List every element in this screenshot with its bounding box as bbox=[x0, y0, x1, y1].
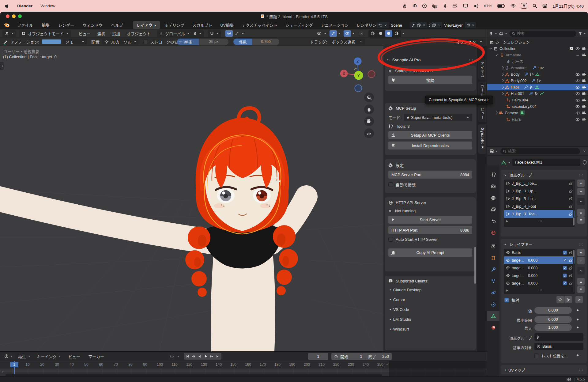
vertex-group-field[interactable] bbox=[534, 333, 583, 341]
new-scene-icon[interactable] bbox=[417, 23, 421, 27]
panel-grip[interactable] bbox=[469, 58, 474, 62]
mode-selector[interactable]: オブジェクトモード bbox=[19, 30, 71, 37]
pin-shapekey-button[interactable] bbox=[556, 296, 564, 303]
new-viewlayer-icon[interactable] bbox=[466, 23, 470, 27]
camera-visibility-icon[interactable] bbox=[582, 98, 586, 102]
lock-open-icon[interactable] bbox=[569, 204, 573, 208]
animate-dot[interactable] bbox=[577, 309, 579, 311]
prev-keyframe-button[interactable] bbox=[190, 353, 196, 359]
battery-icon[interactable] bbox=[497, 4, 505, 8]
camera-visibility-icon[interactable] bbox=[582, 72, 586, 77]
eye-icon[interactable] bbox=[575, 85, 580, 89]
properties-search[interactable] bbox=[500, 148, 580, 154]
range-min-field[interactable]: 0.000 bbox=[534, 316, 572, 323]
panel-grip[interactable] bbox=[579, 243, 584, 246]
eye-icon[interactable] bbox=[575, 72, 580, 77]
radius-slider[interactable]: 半径 35 px bbox=[177, 39, 228, 45]
install-dependencies-button[interactable]: Install Dependencies bbox=[388, 142, 472, 149]
next-keyframe-button[interactable] bbox=[209, 353, 215, 359]
mac-window-menu[interactable]: Window bbox=[40, 4, 55, 8]
frame-end-field[interactable]: 終了 250 bbox=[365, 353, 392, 360]
toolbar-expand-handle[interactable] bbox=[0, 62, 4, 70]
connect-button[interactable]: 接続 bbox=[388, 76, 472, 84]
outliner-search[interactable] bbox=[509, 31, 576, 37]
transform-orientation[interactable]: グローバル bbox=[157, 30, 192, 37]
control-center-icon[interactable] bbox=[542, 3, 547, 8]
display-icon[interactable] bbox=[463, 3, 468, 9]
outliner-row-armature-data[interactable]: Armature 102 bbox=[487, 65, 588, 71]
menu-help[interactable]: ヘルプ bbox=[107, 21, 127, 29]
animate-dot[interactable] bbox=[577, 327, 579, 328]
eye-icon[interactable] bbox=[575, 92, 580, 96]
menu-view[interactable]: ビュー bbox=[75, 31, 94, 36]
vgroup-row-selected[interactable]: J_Bip_R_Toe... bbox=[504, 210, 575, 218]
panel-scrollbar[interactable] bbox=[474, 247, 476, 284]
viewlayer-name[interactable]: ViewLayer bbox=[442, 22, 465, 28]
camera-visibility-icon[interactable] bbox=[582, 47, 586, 51]
tab-output-properties[interactable] bbox=[487, 193, 499, 203]
gizmos-toggle[interactable] bbox=[330, 30, 337, 37]
blender-logo-icon[interactable] bbox=[4, 23, 10, 28]
shapekey-mute-checkbox[interactable]: ✓ bbox=[563, 266, 567, 270]
pan-viewport-button[interactable] bbox=[364, 104, 374, 114]
lock-open-icon[interactable] bbox=[569, 212, 573, 216]
play-button[interactable] bbox=[203, 353, 209, 359]
play-status-icon[interactable] bbox=[422, 3, 427, 8]
menu-render[interactable]: レンダー bbox=[54, 21, 78, 29]
viewlayer-selector[interactable]: ViewLayer bbox=[430, 22, 477, 28]
shapekey-specials-button[interactable] bbox=[577, 267, 585, 274]
shapekey-mute-checkbox[interactable]: ✓ bbox=[563, 274, 567, 278]
uvmap-panel[interactable]: UVマップ bbox=[501, 365, 587, 374]
pin-icon[interactable] bbox=[411, 23, 415, 27]
shape-keys-title[interactable]: シェイプキー bbox=[509, 241, 532, 247]
vgroup-specials-button[interactable] bbox=[577, 198, 585, 205]
workspace-tab-sculpt[interactable]: スカルプト bbox=[189, 21, 216, 29]
chevron-down-icon[interactable] bbox=[241, 32, 244, 35]
current-frame-field[interactable]: 1 bbox=[308, 353, 328, 360]
eye-icon[interactable] bbox=[575, 98, 580, 102]
zoom-viewport-button[interactable] bbox=[364, 93, 374, 102]
workspace-tab-texpaint[interactable]: テクスチャペイント bbox=[238, 21, 281, 29]
outliner-row-armature-object[interactable]: Armature bbox=[487, 52, 588, 58]
close-window-button[interactable] bbox=[6, 14, 9, 18]
animate-dot[interactable] bbox=[577, 319, 579, 320]
value-field[interactable]: 0.000 bbox=[534, 307, 572, 314]
vgroup-row[interactable]: J_Bip_R_Foot bbox=[504, 202, 575, 210]
tab-view[interactable]: ビュー bbox=[478, 105, 486, 122]
unlink-scene-icon[interactable] bbox=[422, 24, 426, 27]
shapekey-row[interactable]: targe...0.000✓ bbox=[504, 279, 575, 287]
workspace-tab-shading[interactable]: シェーディング bbox=[282, 21, 317, 29]
screen-mirroring-icon[interactable] bbox=[452, 3, 458, 9]
setup-all-mcp-clients-button[interactable]: Setup All MCP Clients bbox=[388, 131, 472, 139]
relative-checkbox[interactable]: ✓ bbox=[504, 298, 509, 302]
jump-to-start-button[interactable] bbox=[184, 353, 190, 359]
id-status-icon[interactable]: iD bbox=[413, 3, 417, 8]
shading-wireframe-button[interactable] bbox=[369, 30, 376, 37]
shapekey-mute-checkbox[interactable]: ✓ bbox=[563, 281, 567, 285]
menu-add[interactable]: 追加 bbox=[109, 31, 123, 36]
vgroup-remove-button[interactable]: − bbox=[577, 188, 585, 195]
outliner-search-input[interactable] bbox=[517, 32, 551, 36]
bluetooth-icon[interactable] bbox=[443, 4, 447, 8]
frame-start-field[interactable]: 開始 1 bbox=[331, 353, 365, 360]
camera-visibility-icon[interactable] bbox=[582, 53, 586, 57]
tab-modifier-properties[interactable] bbox=[487, 265, 499, 274]
collection-checkbox[interactable]: ✓ bbox=[569, 47, 573, 51]
fake-user-shield-icon[interactable] bbox=[582, 160, 587, 165]
vgroup-row[interactable]: J_Bip_R_Up... bbox=[504, 187, 575, 195]
wifi-icon[interactable] bbox=[511, 3, 516, 9]
lock-open-icon[interactable] bbox=[569, 281, 573, 285]
menu-object[interactable]: オブジェクト bbox=[123, 31, 154, 36]
camera-visibility-icon[interactable] bbox=[582, 79, 586, 83]
xray-toggle[interactable] bbox=[358, 30, 365, 37]
spotlight-icon[interactable] bbox=[532, 3, 537, 8]
shapekey-clear-button[interactable] bbox=[575, 296, 583, 303]
drag-mode-select[interactable]: ボックス選択 bbox=[330, 39, 365, 45]
jump-to-end-button[interactable] bbox=[215, 353, 221, 359]
tab-physics-properties[interactable] bbox=[487, 288, 499, 298]
vgroup-row[interactable]: J_Bip_L_Toe... bbox=[504, 180, 575, 187]
scene-name[interactable]: Scene bbox=[389, 22, 410, 28]
eye-closed-icon[interactable] bbox=[575, 53, 580, 57]
outliner-row-pose[interactable]: ポーズ bbox=[487, 58, 588, 65]
shapekey-mute-checkbox[interactable]: ✓ bbox=[563, 251, 567, 255]
